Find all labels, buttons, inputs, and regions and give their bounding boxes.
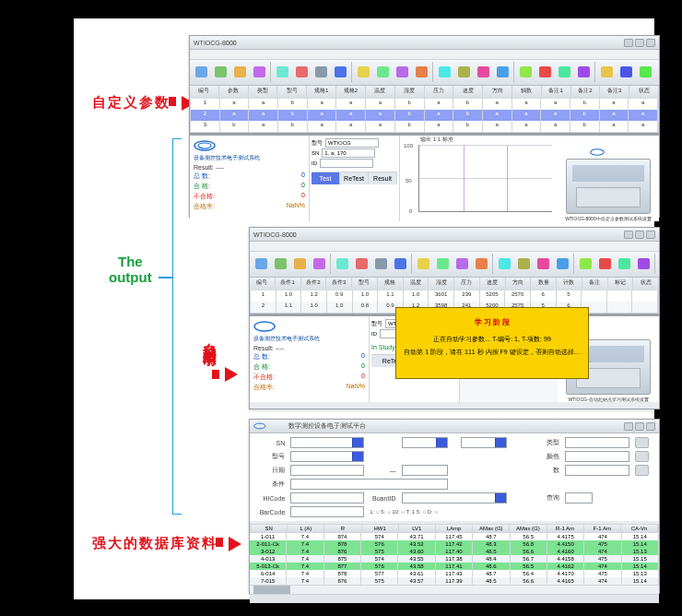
col-header[interactable]: 数量 bbox=[531, 278, 557, 290]
col-header[interactable]: 温度 bbox=[366, 86, 395, 99]
maximize-icon[interactable] bbox=[635, 39, 644, 47]
table-row[interactable]: 5-013-Ck7.487757643.58117.4148.656.54.41… bbox=[250, 563, 659, 570]
open-button[interactable] bbox=[271, 253, 289, 275]
cond-input[interactable] bbox=[290, 479, 447, 490]
model-input[interactable] bbox=[325, 138, 379, 148]
date-from[interactable] bbox=[290, 465, 364, 476]
paste-button[interactable] bbox=[331, 61, 349, 83]
col-header[interactable]: 轴数 bbox=[512, 86, 542, 99]
undo-button[interactable] bbox=[414, 253, 432, 275]
col-header[interactable]: 型号 bbox=[352, 278, 378, 290]
col-header[interactable]: 方向 bbox=[483, 86, 512, 99]
close-icon[interactable] bbox=[646, 39, 655, 47]
redo-button[interactable] bbox=[373, 61, 392, 83]
clear-icon[interactable] bbox=[635, 437, 649, 448]
maximize-icon[interactable] bbox=[635, 231, 644, 239]
export-button[interactable] bbox=[636, 61, 654, 83]
count-input[interactable] bbox=[565, 465, 629, 476]
run-button[interactable] bbox=[597, 61, 616, 83]
col-header[interactable]: 状态 bbox=[629, 86, 659, 99]
col-header[interactable]: 标记 bbox=[608, 278, 634, 290]
stop-button[interactable] bbox=[617, 61, 635, 83]
tab-result[interactable]: Result bbox=[369, 172, 397, 184]
sort-button[interactable] bbox=[576, 253, 594, 275]
find-button[interactable] bbox=[453, 253, 471, 275]
col-header[interactable]: F-1 Am bbox=[584, 525, 621, 532]
cfg2-button[interactable] bbox=[574, 61, 593, 83]
filter-button[interactable] bbox=[535, 61, 554, 83]
col-header[interactable]: 参数 bbox=[219, 86, 249, 99]
zoom-button[interactable] bbox=[412, 61, 430, 83]
col-header[interactable]: 湿度 bbox=[395, 86, 425, 99]
learning-dialog[interactable]: 学 习 阶 段 正在自动学习参数... T-编号: 1, T-项数: 99 自动… bbox=[395, 307, 589, 379]
menubar[interactable] bbox=[190, 50, 659, 60]
col-header[interactable]: 方向 bbox=[506, 278, 532, 290]
combo3[interactable] bbox=[461, 437, 507, 448]
table2-button[interactable] bbox=[493, 61, 512, 83]
col-header[interactable]: 状态 bbox=[633, 278, 659, 290]
table-button[interactable] bbox=[534, 253, 552, 275]
table-row[interactable]: 2aabaaababaaabaa bbox=[191, 110, 658, 121]
col-header[interactable]: 条件3 bbox=[326, 278, 352, 290]
barcode-input[interactable] bbox=[290, 506, 364, 517]
menubar[interactable] bbox=[250, 242, 659, 252]
col-header[interactable]: LV1 bbox=[399, 525, 436, 532]
minimize-icon[interactable] bbox=[624, 39, 633, 47]
filter-button[interactable] bbox=[595, 253, 614, 275]
col-header[interactable]: 编号 bbox=[190, 86, 219, 99]
model-combo[interactable] bbox=[290, 451, 364, 462]
copy-button[interactable] bbox=[371, 253, 390, 275]
cfg-button[interactable] bbox=[555, 61, 573, 83]
table-row[interactable]: 1aabaaababaaabaa bbox=[191, 99, 658, 110]
col-header[interactable]: HW1 bbox=[362, 525, 399, 532]
col-header[interactable]: 压力 bbox=[425, 86, 454, 99]
table-button[interactable] bbox=[474, 61, 492, 83]
col-header[interactable]: 备注3 bbox=[600, 86, 629, 99]
chart2-button[interactable] bbox=[514, 253, 533, 275]
col-header[interactable]: 规格 bbox=[378, 278, 404, 290]
h-scrollbar[interactable] bbox=[250, 585, 659, 594]
saveas-button[interactable] bbox=[310, 253, 328, 275]
cfg-button[interactable] bbox=[615, 253, 633, 275]
chart-button[interactable] bbox=[435, 61, 453, 83]
close-icon[interactable] bbox=[646, 231, 655, 239]
results-grid[interactable]: SNL (A)RHW1LV1LAmpAMax (G)AMax (G)R-1 Am… bbox=[250, 524, 659, 585]
col-header[interactable]: AMax (G) bbox=[510, 525, 547, 532]
new-button[interactable] bbox=[252, 253, 270, 275]
col-header[interactable]: 备注1 bbox=[542, 86, 571, 99]
col-header[interactable]: 编号 bbox=[250, 278, 276, 290]
id-input[interactable] bbox=[320, 159, 373, 168]
col-header[interactable]: R-1 Am bbox=[547, 525, 584, 532]
grid-body[interactable]: 1aabaaababaaabaa2aabaaababaaabaa3babaaab… bbox=[190, 99, 659, 133]
window-titlebar[interactable]: WTIOCG-8000 bbox=[250, 228, 659, 242]
cfg2-button[interactable] bbox=[634, 253, 653, 275]
tab-test[interactable]: Test bbox=[312, 172, 340, 184]
scroll-thumb[interactable] bbox=[253, 586, 290, 594]
col-header[interactable]: 计数 bbox=[557, 278, 582, 290]
chart-button[interactable] bbox=[495, 253, 513, 275]
table-row[interactable]: 3babaaababaaabaa bbox=[191, 121, 658, 132]
table-row[interactable]: 4-0137.487557443.55117.3848.456.74.41584… bbox=[250, 555, 659, 563]
save-button[interactable] bbox=[230, 61, 249, 83]
maximize-icon[interactable] bbox=[635, 422, 644, 431]
col-header[interactable]: 条件1 bbox=[276, 278, 301, 290]
type-input[interactable] bbox=[565, 437, 629, 448]
tab-retest[interactable]: ReTest bbox=[340, 172, 369, 184]
cut-button[interactable] bbox=[292, 61, 311, 83]
save-button[interactable] bbox=[290, 253, 309, 275]
col-header[interactable]: R bbox=[324, 525, 361, 532]
combo2[interactable] bbox=[402, 437, 448, 448]
table-row[interactable]: 3-0127.487657543.60117.4048.556.64.41604… bbox=[250, 548, 659, 555]
undo-button[interactable] bbox=[354, 61, 372, 83]
col-header[interactable]: SN bbox=[251, 525, 288, 532]
date-to[interactable] bbox=[402, 465, 448, 476]
minimize-icon[interactable] bbox=[624, 422, 633, 431]
col-header[interactable]: 条件2 bbox=[301, 278, 327, 290]
col-header[interactable]: 规格1 bbox=[307, 86, 336, 99]
window-titlebar[interactable]: 数字测控设备电子测试平台 bbox=[250, 420, 659, 433]
table-row[interactable]: 2-011-Ck7.487857643.52117.4248.356.84.41… bbox=[250, 540, 659, 548]
cut-button[interactable] bbox=[352, 253, 370, 275]
find-button[interactable] bbox=[393, 61, 411, 83]
table-row[interactable]: 6-0147.487857743.61117.4348.756.44.41704… bbox=[250, 570, 659, 577]
sn-combo[interactable] bbox=[290, 437, 364, 448]
